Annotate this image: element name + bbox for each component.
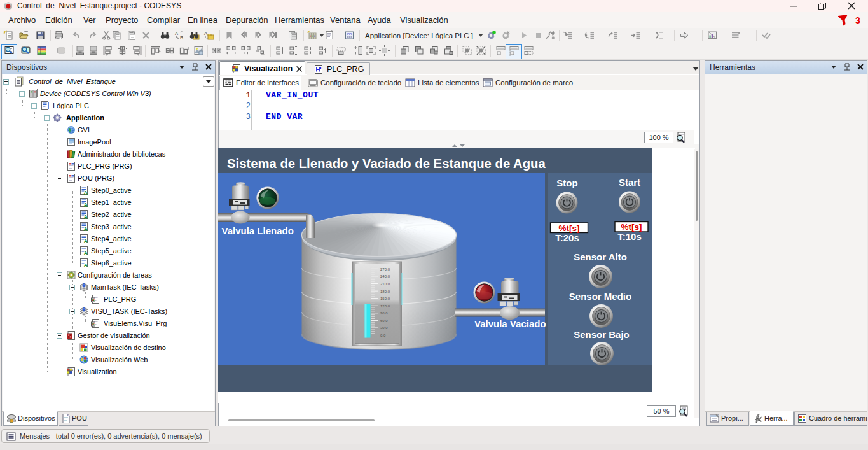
- svg-text:A: A: [84, 262, 88, 269]
- svg-text:210.0: 210.0: [380, 282, 390, 286]
- svg-text:B: B: [180, 35, 183, 41]
- svg-text:Sistema de Llenado y Vaciado d: Sistema de Llenado y Vaciado de Estanque…: [227, 157, 546, 171]
- svg-text:150.0: 150.0: [380, 297, 390, 300]
- svg-text:Sensor Alto: Sensor Alto: [574, 251, 627, 262]
- svg-text:%t[s]: %t[s]: [621, 222, 642, 232]
- svg-text:A: A: [84, 226, 88, 232]
- svg-text:Valvula Llenado: Valvula Llenado: [222, 225, 294, 236]
- svg-text:120.0: 120.0: [380, 304, 390, 308]
- svg-text:A: A: [84, 214, 88, 220]
- svg-text:A: A: [84, 202, 88, 208]
- svg-text:A: A: [84, 238, 88, 244]
- svg-text:240.0: 240.0: [380, 274, 390, 278]
- svg-text:A: A: [175, 31, 178, 36]
- svg-text:T:10s: T:10s: [617, 231, 642, 242]
- svg-text:A: A: [84, 190, 88, 196]
- svg-text:Stop: Stop: [556, 178, 577, 188]
- svg-text:0.0: 0.0: [380, 334, 386, 337]
- svg-text:%t[s]: %t[s]: [559, 223, 580, 233]
- svg-text:Start: Start: [619, 177, 640, 188]
- svg-text:Valvula Vaciado: Valvula Vaciado: [474, 318, 546, 329]
- svg-text:Sensor Medio: Sensor Medio: [569, 291, 631, 302]
- svg-text:30.0: 30.0: [380, 326, 388, 330]
- svg-text:90.0: 90.0: [380, 311, 388, 315]
- svg-text:T:20s: T:20s: [555, 232, 579, 243]
- svg-text:A: A: [84, 250, 88, 257]
- svg-text:Sensor Bajo: Sensor Bajo: [574, 329, 630, 340]
- svg-text:270.0: 270.0: [380, 267, 390, 271]
- svg-text:60.0: 60.0: [380, 319, 388, 323]
- svg-text:A: A: [204, 31, 207, 36]
- svg-text:180.0: 180.0: [380, 290, 390, 293]
